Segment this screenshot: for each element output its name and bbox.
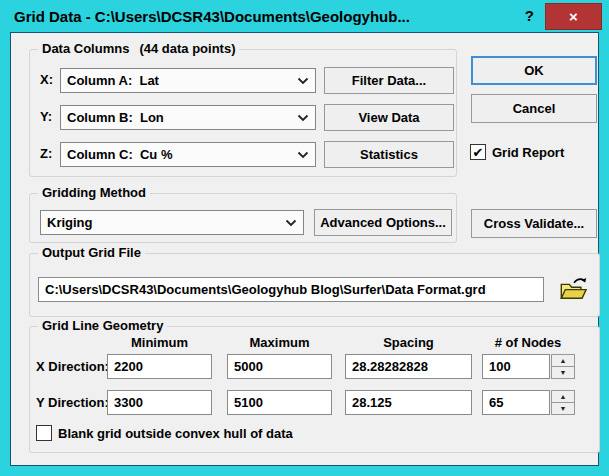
checkbox-box	[36, 425, 52, 441]
output-grid-file-input[interactable]	[38, 277, 544, 302]
data-columns-legend: Data Columns(44 data points)	[38, 41, 239, 56]
advanced-options-button[interactable]: Advanced Options...	[314, 209, 452, 236]
arrow-up-icon: ▲	[560, 393, 567, 400]
blank-hull-checkbox[interactable]: Blank grid outside convex hull of data	[36, 425, 293, 441]
x-nodes-stepper: ▲ ▼	[551, 354, 575, 379]
arrow-down-icon: ▼	[560, 405, 567, 412]
output-grid-file-group: Output Grid File	[29, 253, 600, 317]
close-button[interactable]: ×	[545, 3, 602, 30]
data-columns-title: Data Columns	[42, 41, 129, 56]
gridding-method-legend: Gridding Method	[38, 185, 150, 200]
y-column-value: Column B: Lon	[67, 110, 297, 125]
x-maximum-input[interactable]	[227, 354, 332, 379]
cross-validate-button[interactable]: Cross Validate...	[471, 209, 597, 238]
output-grid-file-legend: Output Grid File	[38, 245, 145, 260]
cancel-button[interactable]: Cancel	[471, 94, 597, 123]
nodes-header: # of Nodes	[482, 335, 574, 350]
y-maximum-input[interactable]	[227, 390, 332, 415]
grid-line-geometry-legend: Grid Line Geometry	[38, 318, 167, 333]
title-bar[interactable]: Grid Data - C:\Users\DCSR43\Documents\Ge…	[0, 0, 609, 32]
chevron-down-icon	[297, 151, 309, 159]
grid-data-dialog: Grid Data - C:\Users\DCSR43\Documents\Ge…	[0, 0, 609, 476]
y-nodes-stepper: ▲ ▼	[551, 390, 575, 415]
browse-button[interactable]	[558, 276, 590, 303]
x-column-label: X:	[40, 72, 53, 87]
x-column-select[interactable]: Column A: Lat	[60, 68, 316, 93]
x-minimum-input[interactable]	[107, 354, 212, 379]
z-column-value: Column C: Cu %	[67, 147, 297, 162]
arrow-down-icon: ▼	[560, 369, 567, 376]
ok-button[interactable]: OK	[471, 56, 597, 85]
checkbox-box: ✔	[470, 144, 486, 160]
spin-up-button[interactable]: ▲	[551, 354, 575, 366]
z-column-select[interactable]: Column C: Cu %	[60, 142, 316, 167]
data-columns-group: Data Columns(44 data points) X: Column A…	[29, 49, 457, 177]
grid-line-geometry-group: Grid Line Geometry Minimum Maximum Spaci…	[29, 326, 600, 453]
open-folder-icon	[559, 276, 589, 302]
z-column-label: Z:	[40, 146, 52, 161]
statistics-button[interactable]: Statistics	[324, 141, 454, 168]
gridding-method-select[interactable]: Kriging	[40, 210, 304, 235]
close-icon: ×	[569, 8, 578, 25]
y-column-select[interactable]: Column B: Lon	[60, 105, 316, 130]
grid-report-label: Grid Report	[492, 145, 564, 160]
y-direction-label: Y Direction:	[36, 395, 109, 410]
spin-down-button[interactable]: ▼	[551, 366, 575, 379]
gridding-method-group: Gridding Method Kriging Advanced Options…	[29, 193, 457, 243]
spacing-header: Spacing	[345, 335, 472, 350]
window-title: Grid Data - C:\Users\DCSR43\Documents\Ge…	[14, 0, 410, 33]
chevron-down-icon	[285, 219, 297, 227]
filter-data-button[interactable]: Filter Data...	[324, 67, 454, 94]
spin-up-button[interactable]: ▲	[551, 390, 575, 402]
check-icon: ✔	[473, 146, 484, 159]
view-data-button[interactable]: View Data	[324, 104, 454, 131]
maximum-header: Maximum	[227, 335, 332, 350]
gridding-method-value: Kriging	[47, 215, 285, 230]
grid-report-checkbox[interactable]: ✔ Grid Report	[470, 144, 564, 160]
dialog-body: Data Columns(44 data points) X: Column A…	[10, 32, 599, 466]
data-points-count: (44 data points)	[139, 41, 235, 56]
chevron-down-icon	[297, 77, 309, 85]
y-column-label: Y:	[40, 109, 52, 124]
x-direction-label: X Direction:	[36, 359, 109, 374]
spin-down-button[interactable]: ▼	[551, 402, 575, 415]
y-nodes-input[interactable]	[482, 390, 550, 415]
help-button[interactable]: ?	[525, 0, 534, 32]
y-spacing-input[interactable]	[345, 390, 472, 415]
chevron-down-icon	[297, 114, 309, 122]
y-minimum-input[interactable]	[107, 390, 212, 415]
arrow-up-icon: ▲	[560, 357, 567, 364]
x-spacing-input[interactable]	[345, 354, 472, 379]
x-column-value: Column A: Lat	[67, 73, 297, 88]
blank-hull-label: Blank grid outside convex hull of data	[58, 426, 293, 441]
x-nodes-input[interactable]	[482, 354, 550, 379]
minimum-header: Minimum	[107, 335, 212, 350]
